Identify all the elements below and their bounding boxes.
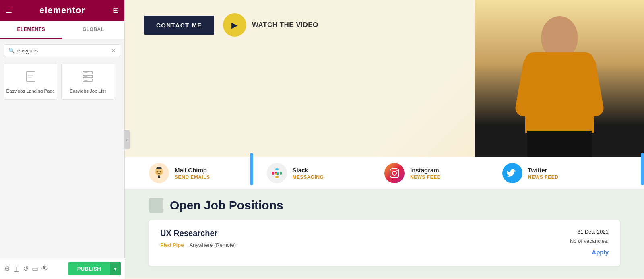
eye-icon[interactable]: 👁 <box>41 265 48 273</box>
element-card-label: Easyjobs Landing Page <box>6 89 55 93</box>
job-card: UX Researcher Pied Pipe Anywhere (Remote… <box>149 220 620 266</box>
grid-icon[interactable]: ⊞ <box>113 6 119 15</box>
layers-icon[interactable]: ◫ <box>13 265 20 273</box>
jobs-section-title: Open Job Positions <box>170 198 283 212</box>
twitter-icon <box>502 163 522 183</box>
mailchimp-action: SEND EMAILS <box>175 174 210 180</box>
job-card-left: UX Researcher Pied Pipe Anywhere (Remote… <box>160 229 544 248</box>
search-icon: 🔍 <box>8 48 15 54</box>
svg-point-29 <box>392 171 396 175</box>
watch-video-button[interactable]: ▶ WATCH THE VIDEO <box>223 13 318 37</box>
slack-name: Slack <box>293 167 324 174</box>
svg-rect-27 <box>277 173 279 175</box>
elements-grid: Easyjobs Landing Page Easyjobs Job List <box>0 61 124 102</box>
instagram-icon <box>384 163 405 183</box>
publish-button[interactable]: PUBLISH <box>68 262 110 275</box>
mailchimp-text: Mail Chimp SEND EMAILS <box>175 167 210 180</box>
hero-section: CONTACT ME ▶ WATCH THE VIDEO <box>125 0 644 157</box>
job-company-tag: Pied Pipe <box>160 242 184 248</box>
twitter-action: NEWS FEED <box>528 174 559 180</box>
social-item-mailchimp: Mail Chimp SEND EMAILS <box>149 163 267 183</box>
element-card-label: Easyjobs Job List <box>70 89 106 93</box>
svg-point-30 <box>396 170 398 171</box>
svg-rect-19 <box>272 172 274 175</box>
svg-rect-28 <box>390 169 399 178</box>
element-card-landing[interactable]: Easyjobs Landing Page <box>4 64 57 100</box>
top-bar: ☰ elementor ⊞ <box>0 0 124 21</box>
svg-rect-20 <box>275 168 279 170</box>
job-location-tag: Anywhere (Remote) <box>190 242 236 248</box>
person-body <box>515 0 604 157</box>
scroll-indicator-left <box>250 153 253 185</box>
elementor-logo: elementor <box>39 5 85 16</box>
job-list-icon <box>82 70 94 85</box>
person-head <box>541 16 578 56</box>
instagram-text: Instagram NEWS FEED <box>410 167 441 180</box>
jobs-section: Open Job Positions UX Researcher Pied Pi… <box>125 189 644 278</box>
clear-search-icon[interactable]: ✕ <box>111 47 116 54</box>
svg-rect-16 <box>158 175 160 178</box>
svg-rect-0 <box>26 72 35 81</box>
search-input[interactable] <box>17 48 111 54</box>
responsive-icon[interactable]: ▭ <box>32 265 38 273</box>
twitter-text: Twitter NEWS FEED <box>528 167 559 180</box>
history-icon[interactable]: ↺ <box>23 265 29 273</box>
mailchimp-icon <box>149 163 169 183</box>
svg-rect-22 <box>275 176 279 178</box>
publish-arrow-button[interactable]: ▾ <box>110 262 121 275</box>
apply-button[interactable]: Apply <box>592 247 609 257</box>
contact-me-button[interactable]: CONTACT ME <box>144 16 214 35</box>
hero-image <box>475 0 644 157</box>
tab-global[interactable]: GLOBAL <box>62 21 125 39</box>
main-canvas: CONTACT ME ▶ WATCH THE VIDEO <box>125 0 644 279</box>
svg-rect-18 <box>157 167 161 169</box>
menu-icon[interactable]: ☰ <box>6 6 12 15</box>
left-panel: ☰ elementor ⊞ ELEMENTS GLOBAL 🔍 ✕ Easyjo… <box>0 0 125 279</box>
svg-point-14 <box>156 171 158 174</box>
person-torso <box>525 52 594 133</box>
social-item-slack: Slack MESSAGING <box>267 163 385 183</box>
person-silhouette <box>475 0 644 157</box>
jobs-title-accent <box>149 198 163 213</box>
job-tags: Pied Pipe Anywhere (Remote) <box>160 242 544 248</box>
landing-page-icon <box>25 70 37 85</box>
twitter-name: Twitter <box>528 167 559 174</box>
panel-tabs: ELEMENTS GLOBAL <box>0 21 124 39</box>
collapse-panel-handle[interactable]: ‹ <box>124 130 130 149</box>
job-vacancies: No of vacancies: <box>570 238 609 244</box>
slack-action: MESSAGING <box>293 174 324 180</box>
watch-video-label: WATCH THE VIDEO <box>252 21 318 29</box>
job-date: 31 Dec, 2021 <box>578 229 609 235</box>
instagram-name: Instagram <box>410 167 441 174</box>
svg-rect-21 <box>280 172 282 175</box>
scroll-indicator-right <box>641 153 644 185</box>
search-bar: 🔍 ✕ <box>4 44 120 56</box>
jobs-title-wrap: Open Job Positions <box>149 198 620 213</box>
mailchimp-name: Mail Chimp <box>175 167 210 174</box>
settings-icon[interactable]: ⚙ <box>4 265 10 273</box>
slack-text: Slack MESSAGING <box>293 167 324 180</box>
slack-icon <box>267 163 287 183</box>
instagram-action: NEWS FEED <box>410 174 441 180</box>
tab-elements[interactable]: ELEMENTS <box>0 21 62 39</box>
canvas-content: CONTACT ME ▶ WATCH THE VIDEO <box>125 0 644 279</box>
job-card-right: 31 Dec, 2021 No of vacancies: Apply <box>544 229 609 257</box>
job-title: UX Researcher <box>160 229 544 238</box>
publish-button-wrap: PUBLISH ▾ <box>68 262 121 275</box>
bottom-bar: ⚙ ◫ ↺ ▭ 👁 PUBLISH ▾ <box>0 258 125 279</box>
element-card-joblist[interactable]: Easyjobs Job List <box>61 64 114 100</box>
play-icon: ▶ <box>223 13 246 37</box>
person-legs <box>527 131 592 157</box>
social-item-twitter: Twitter NEWS FEED <box>502 163 620 183</box>
social-item-instagram: Instagram NEWS FEED <box>384 163 502 183</box>
svg-point-15 <box>160 171 162 174</box>
social-bar: Mail Chimp SEND EMAILS <box>125 157 644 189</box>
